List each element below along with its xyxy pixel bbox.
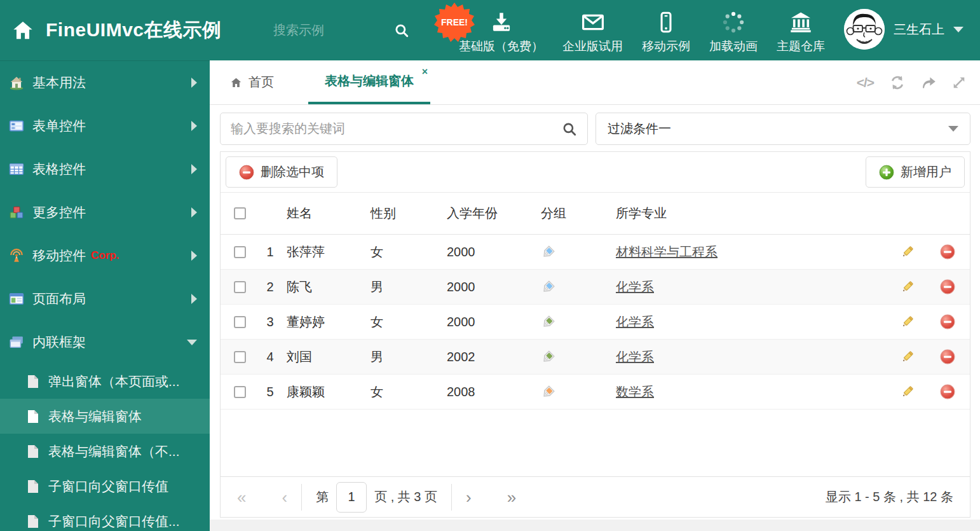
search-icon[interactable] bbox=[394, 23, 409, 38]
row-checkbox[interactable] bbox=[234, 386, 246, 398]
add-user-button[interactable]: 新增用户 bbox=[866, 156, 965, 188]
edit-icon[interactable] bbox=[890, 245, 925, 259]
cell-year: 2000 bbox=[443, 280, 537, 294]
sidebar-subitem-label: 弹出窗体（本页面或... bbox=[48, 373, 180, 390]
frames-icon bbox=[9, 334, 24, 350]
nav-loading-animation[interactable]: 加载动画 bbox=[709, 6, 758, 55]
row-checkbox[interactable] bbox=[234, 351, 246, 363]
tag-icon bbox=[537, 245, 612, 259]
cell-gender: 女 bbox=[367, 314, 443, 331]
delete-icon[interactable] bbox=[925, 279, 970, 294]
svg-text:FREE!: FREE! bbox=[441, 17, 468, 27]
filter-dropdown[interactable]: 过滤条件一 bbox=[595, 113, 970, 145]
row-checkbox[interactable] bbox=[234, 316, 246, 328]
corp-badge: Corp. bbox=[91, 249, 119, 262]
nav-enterprise-trial[interactable]: 企业版试用 bbox=[562, 6, 623, 55]
main-content: 首页 表格与编辑窗体 × </> 过滤条件一 bbox=[210, 60, 980, 531]
sidebar-subitem-grid-edit-window-2[interactable]: 表格与编辑窗体（不... bbox=[0, 434, 210, 469]
search-icon[interactable] bbox=[562, 121, 577, 137]
page-label-prefix: 第 bbox=[316, 488, 329, 506]
free-badge: FREE! bbox=[434, 2, 475, 43]
row-checkbox[interactable] bbox=[234, 281, 246, 293]
app-header: FineUIMvc在线示例 FREE! 基础版（免费） 企业版试用 移动示 bbox=[0, 0, 980, 60]
cell-name: 康颖颖 bbox=[283, 383, 367, 401]
edit-icon[interactable] bbox=[890, 385, 925, 399]
file-icon bbox=[27, 445, 39, 459]
sidebar-subitem-popup-window[interactable]: 弹出窗体（本页面或... bbox=[0, 364, 210, 399]
sidebar-item-label: 页面布局 bbox=[32, 290, 86, 308]
delete-icon[interactable] bbox=[925, 349, 970, 364]
expand-icon[interactable] bbox=[952, 76, 966, 90]
next-page-button[interactable]: › bbox=[466, 489, 472, 506]
sidebar-item-label: 移动控件 bbox=[32, 247, 86, 265]
cell-name: 张萍萍 bbox=[283, 244, 367, 261]
prev-page-button[interactable]: ‹ bbox=[282, 489, 287, 506]
delete-icon[interactable] bbox=[925, 314, 970, 329]
major-link[interactable]: 数学系 bbox=[616, 385, 654, 399]
home-icon[interactable] bbox=[11, 20, 34, 41]
delete-selected-button[interactable]: 删除选中项 bbox=[226, 156, 337, 188]
home-icon bbox=[230, 77, 242, 88]
bank-icon bbox=[789, 8, 813, 34]
share-icon[interactable] bbox=[921, 75, 936, 90]
file-icon bbox=[27, 410, 39, 424]
download-icon bbox=[490, 8, 513, 34]
edit-icon[interactable] bbox=[890, 315, 925, 329]
chevron-right-icon bbox=[191, 207, 197, 217]
delete-icon[interactable] bbox=[925, 244, 970, 259]
select-all-checkbox[interactable] bbox=[234, 207, 246, 219]
edit-icon[interactable] bbox=[890, 280, 925, 294]
cubes-icon bbox=[9, 205, 24, 220]
plus-circle-icon bbox=[879, 165, 894, 180]
sidebar-item-page-layout[interactable]: 页面布局 bbox=[0, 277, 210, 321]
sidebar-subitem-child-to-parent-2[interactable]: 子窗口向父窗口传值... bbox=[0, 504, 210, 531]
code-icon[interactable]: </> bbox=[857, 75, 874, 90]
tab-label: 表格与编辑窗体 bbox=[325, 72, 414, 90]
sidebar: 基本用法 表单控件 表格控件 更多控件 移动控件 Corp. 页面布局 bbox=[0, 60, 210, 531]
sidebar-item-mobile-controls[interactable]: 移动控件 Corp. bbox=[0, 234, 210, 277]
cell-name: 董婷婷 bbox=[283, 314, 367, 331]
close-icon[interactable]: × bbox=[422, 67, 428, 77]
envelope-icon bbox=[581, 8, 605, 34]
first-page-button[interactable]: « bbox=[237, 489, 246, 506]
nav-mobile-demo[interactable]: 移动示例 bbox=[642, 6, 690, 55]
form-icon bbox=[9, 118, 24, 134]
filter-dropdown-value: 过滤条件一 bbox=[608, 120, 671, 137]
cell-name: 刘国 bbox=[283, 348, 367, 366]
major-link[interactable]: 化学系 bbox=[616, 315, 654, 329]
major-link[interactable]: 化学系 bbox=[616, 280, 654, 294]
tab-bar: 首页 表格与编辑窗体 × </> bbox=[210, 60, 980, 105]
tab-home[interactable]: 首页 bbox=[214, 60, 290, 104]
major-link[interactable]: 化学系 bbox=[616, 350, 654, 364]
sidebar-subitem-grid-edit-window[interactable]: 表格与编辑窗体 bbox=[0, 399, 210, 434]
page-number-input[interactable] bbox=[336, 482, 367, 513]
sidebar-subitem-label: 子窗口向父窗口传值 bbox=[48, 478, 168, 495]
major-link[interactable]: 材料科学与工程系 bbox=[616, 245, 718, 259]
sidebar-item-grid-controls[interactable]: 表格控件 bbox=[0, 148, 210, 191]
sidebar-item-label: 基本用法 bbox=[32, 74, 86, 92]
delete-icon[interactable] bbox=[925, 384, 970, 399]
minus-circle-icon bbox=[239, 165, 254, 180]
col-group: 分组 bbox=[537, 205, 612, 222]
last-page-button[interactable]: » bbox=[507, 489, 516, 506]
header-search-input[interactable] bbox=[273, 23, 369, 38]
row-checkbox[interactable] bbox=[234, 246, 246, 258]
sidebar-item-basic-usage[interactable]: 基本用法 bbox=[0, 61, 210, 104]
sidebar-subitem-child-to-parent[interactable]: 子窗口向父窗口传值 bbox=[0, 469, 210, 504]
tab-grid-edit-window[interactable]: 表格与编辑窗体 × bbox=[308, 60, 430, 104]
refresh-icon[interactable] bbox=[890, 75, 905, 90]
app-title: FineUIMvc在线示例 bbox=[46, 17, 222, 43]
table-row: 1 张萍萍 女 2000 材料科学与工程系 bbox=[221, 235, 970, 270]
cell-gender: 男 bbox=[367, 279, 443, 296]
sidebar-item-form-controls[interactable]: 表单控件 bbox=[0, 104, 210, 148]
edit-icon[interactable] bbox=[890, 350, 925, 364]
sidebar-item-label: 内联框架 bbox=[32, 333, 86, 351]
spinner-icon bbox=[722, 8, 745, 34]
sidebar-subitem-label: 子窗口向父窗口传值... bbox=[48, 513, 180, 530]
sidebar-item-inline-frame[interactable]: 内联框架 bbox=[0, 321, 210, 364]
user-menu[interactable]: 三生石上 bbox=[844, 9, 963, 50]
nav-theme-store[interactable]: 主题仓库 bbox=[777, 6, 825, 55]
sidebar-item-more-controls[interactable]: 更多控件 bbox=[0, 191, 210, 234]
keyword-search-input[interactable] bbox=[231, 121, 562, 136]
cell-gender: 女 bbox=[367, 244, 443, 261]
